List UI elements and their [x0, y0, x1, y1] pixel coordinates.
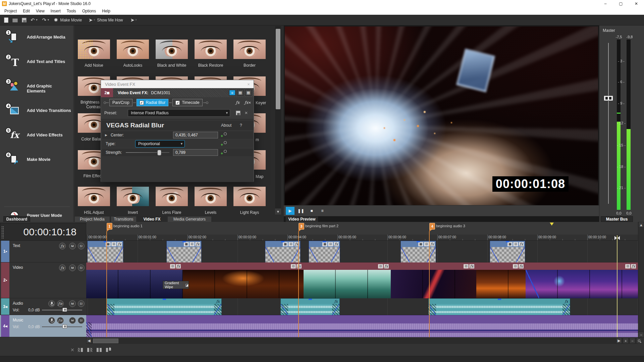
- event-fx-icon[interactable]: ƒx: [565, 299, 568, 304]
- event-fx-icon[interactable]: ƒx: [117, 242, 122, 246]
- event-fx-icon[interactable]: ƒx: [469, 264, 474, 268]
- chain-item-radial-blur[interactable]: ✓Radial Blur: [137, 99, 169, 106]
- tab-video-fx[interactable]: Video FX: [137, 216, 167, 222]
- stop-button[interactable]: ■: [307, 207, 316, 215]
- video-event-island[interactable]: ⊡ƒx: [304, 262, 391, 298]
- solo-button[interactable]: S!: [78, 300, 85, 307]
- tab-master-bus[interactable]: Master Bus: [601, 216, 633, 222]
- timeline-ruler[interactable]: 00:00:00:0000:00:01:0000:00:02:0000:00:0…: [86, 235, 638, 241]
- master-fader-track[interactable]: [608, 43, 609, 204]
- make-movie-icon[interactable]: ✸: [54, 17, 58, 23]
- event-fx-icon[interactable]: ƒx: [519, 264, 524, 268]
- music-event[interactable]: [86, 315, 638, 337]
- context-help-icon[interactable]: ➤?: [130, 17, 137, 23]
- track-color-strip[interactable]: 4◂: [1, 315, 9, 337]
- fx-thumb-lens-flare[interactable]: [156, 187, 188, 206]
- center-keyframe-icon[interactable]: +: [221, 132, 227, 138]
- pause-button[interactable]: ❚❚: [297, 207, 305, 215]
- type-dropdown[interactable]: Proportional▼: [135, 140, 185, 147]
- menu-item-project[interactable]: Project: [1, 8, 20, 14]
- track-height-minus-icon[interactable]: −: [638, 332, 644, 338]
- menu-item-options[interactable]: Options: [79, 8, 99, 14]
- about-link[interactable]: About: [221, 123, 231, 128]
- fx-thumb-light-rays[interactable]: [233, 187, 266, 206]
- event-fx-icon[interactable]: ƒx: [334, 299, 338, 304]
- track-color-strip[interactable]: 1▪: [1, 241, 9, 262]
- tab-video-preview[interactable]: Video Preview: [285, 216, 318, 222]
- fx-thumb-invert[interactable]: [117, 187, 149, 206]
- event-generated-media-icon[interactable]: ▦: [507, 242, 513, 246]
- timeline-hscrollbar[interactable]: ◀ ▶ + −: [86, 338, 638, 344]
- fx-thumb-black-restore[interactable]: [195, 40, 227, 59]
- event-generated-media-icon[interactable]: ▦: [418, 242, 423, 246]
- event-crop-icon[interactable]: ⊡: [328, 242, 333, 246]
- event-fx-icon[interactable]: ƒx: [297, 264, 302, 268]
- video-event-fire[interactable]: ⊡ƒx: [183, 262, 304, 298]
- track-header-text[interactable]: 1▪TextƒxMS!: [0, 241, 86, 262]
- strength-slider-track[interactable]: [126, 152, 169, 153]
- show-me-how-button[interactable]: Show Me How: [97, 18, 123, 22]
- marker-bar[interactable]: 1beginning audio 13beginning film part 2…: [86, 222, 638, 235]
- audio-event[interactable]: ƒx: [428, 298, 570, 315]
- sidebar-item-step-6[interactable]: 6↗Make Movie: [0, 155, 74, 175]
- event-fx-icon[interactable]: ƒx: [334, 242, 339, 246]
- text-event[interactable]: ▦⊡ƒx: [400, 241, 436, 262]
- fx-thumb-autolooks[interactable]: [117, 40, 149, 59]
- fx-thumb-hsl-adjust[interactable]: [78, 187, 110, 206]
- menu-item-insert[interactable]: Insert: [48, 8, 64, 14]
- sidebar-item-step-5[interactable]: 5fxAdd Video Effects: [0, 130, 74, 150]
- dialog-title-bar[interactable]: Video Event FX: [101, 80, 254, 88]
- track-fx-icon[interactable]: ƒx: [59, 243, 66, 249]
- event-crop-icon[interactable]: ⊡: [464, 264, 469, 268]
- event-fx-icon[interactable]: ƒx: [631, 264, 636, 268]
- maximize-button[interactable]: ▢: [613, 0, 629, 7]
- event-fx-icon[interactable]: ƒx: [195, 242, 200, 246]
- fx-thumb-border[interactable]: [233, 40, 266, 59]
- minimize-button[interactable]: –: [598, 0, 613, 7]
- new-project-icon[interactable]: [4, 17, 8, 23]
- project-end-marker[interactable]: [550, 223, 554, 226]
- sidebar-item-step-2[interactable]: 2TAdd Text and Titles: [0, 57, 74, 77]
- event-fx-icon[interactable]: ƒx: [430, 242, 435, 246]
- zoom-out-icon[interactable]: −: [630, 338, 635, 344]
- split-event-icon[interactable]: [96, 347, 103, 353]
- menu-item-tools[interactable]: Tools: [64, 8, 79, 14]
- event-fx-icon[interactable]: ƒx: [216, 299, 220, 304]
- strength-keyframe-icon[interactable]: +: [221, 150, 227, 155]
- gradient-wipe-transition[interactable]: Gradient Wipe◪: [163, 281, 189, 289]
- preset-combo[interactable]: Intense Fixed Radius▼: [128, 109, 230, 117]
- event-crop-icon[interactable]: ⊡: [288, 242, 293, 246]
- event-fx-icon[interactable]: ƒx: [519, 242, 524, 246]
- track-header-music[interactable]: 4◂Musicƒ≡MS!Vol:0,0 dB: [0, 315, 86, 337]
- mute-button[interactable]: M: [69, 300, 76, 307]
- solo-button[interactable]: S!: [78, 317, 85, 324]
- event-fx-icon[interactable]: ƒx: [176, 264, 181, 268]
- menu-item-edit[interactable]: Edit: [20, 8, 33, 14]
- track-color-strip[interactable]: 2▪: [1, 262, 9, 298]
- center-value-field[interactable]: 0,435; 0,467: [173, 132, 218, 138]
- event-crop-icon[interactable]: ⊡: [513, 264, 518, 268]
- fx-scrollbar[interactable]: ▼: [275, 26, 281, 215]
- delete-preset-icon[interactable]: ✕: [245, 111, 248, 115]
- fx-grid-view-icon[interactable]: ▦: [237, 90, 244, 96]
- solo-button[interactable]: S!: [78, 264, 85, 271]
- fx-scrollbar-thumb[interactable]: [276, 29, 280, 109]
- sidebar-item-step-4[interactable]: 4Add Video Transitions: [0, 106, 74, 126]
- help-button[interactable]: ?: [240, 123, 242, 128]
- make-movie-button[interactable]: Make Movie: [60, 18, 82, 22]
- event-crop-icon[interactable]: ⊡: [625, 264, 630, 268]
- event-generated-media-icon[interactable]: ▦: [283, 242, 288, 246]
- solo-button[interactable]: S!: [78, 243, 85, 249]
- zoom-tool-icon[interactable]: [636, 338, 642, 344]
- marker-flag-4[interactable]: 4: [429, 223, 435, 230]
- track-fx-icon[interactable]: ƒx: [59, 264, 66, 271]
- audio-event[interactable]: ƒx: [280, 298, 340, 315]
- video-event-club[interactable]: ⊡ƒx: [526, 262, 638, 298]
- remove-fx-icon[interactable]: ƒx✕: [245, 100, 251, 105]
- track-fx-icon[interactable]: ƒ≡: [57, 317, 64, 324]
- volume-slider[interactable]: [42, 310, 82, 310]
- scroll-left-icon[interactable]: ◀: [86, 338, 92, 344]
- show-me-how-icon[interactable]: ➤?: [89, 17, 95, 23]
- video-event-flame[interactable]: ⊡ƒx: [476, 262, 526, 298]
- volume-slider-thumb[interactable]: [62, 308, 67, 312]
